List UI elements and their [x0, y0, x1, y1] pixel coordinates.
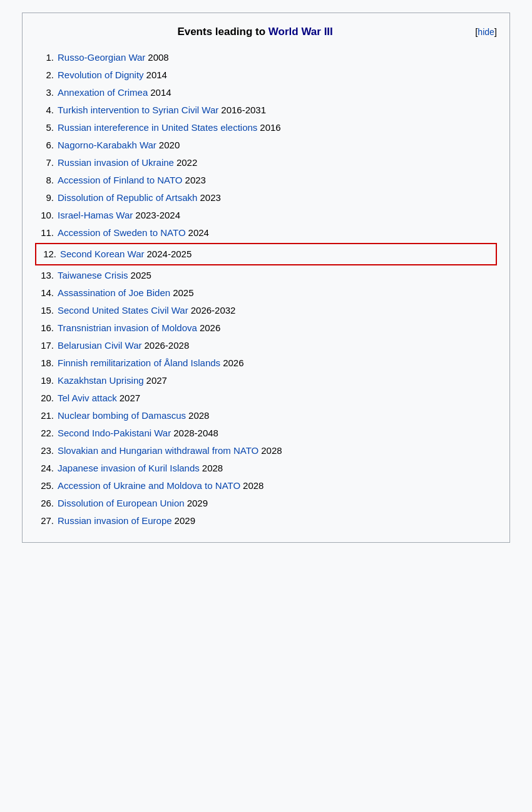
- item-year: 2014: [150, 85, 171, 100]
- item-year: 2027: [146, 373, 167, 388]
- item-link[interactable]: Kazakhstan Uprising: [58, 373, 144, 388]
- item-number: 17.: [35, 338, 58, 353]
- item-link[interactable]: Dissolution of Republic of Artsakh: [58, 190, 197, 205]
- item-link[interactable]: Tel Aviv attack: [58, 391, 117, 406]
- list-item: 7.Russian invasion of Ukraine 2022: [35, 154, 497, 172]
- item-link[interactable]: Second United States Civil War: [58, 303, 188, 318]
- list-item: 6.Nagorno-Karabakh War 2020: [35, 136, 497, 154]
- item-link[interactable]: Finnish remilitarization of Åland Island…: [58, 356, 220, 371]
- item-link[interactable]: Israel-Hamas War: [58, 208, 133, 223]
- list-item: 20.Tel Aviv attack 2027: [35, 389, 497, 407]
- item-link[interactable]: Accession of Ukraine and Moldova to NATO: [58, 478, 240, 493]
- item-link[interactable]: Japanese invasion of Kuril Islands: [58, 461, 200, 476]
- list-item: 2.Revolution of Dignity 2014: [35, 66, 497, 84]
- item-year: 2028: [261, 443, 282, 458]
- item-year: 2028: [202, 461, 223, 476]
- item-year: 2020: [159, 138, 180, 153]
- list-item: 5.Russian intereference in United States…: [35, 119, 497, 136]
- item-number: 21.: [35, 408, 58, 423]
- item-link[interactable]: Nagorno-Karabakh War: [58, 138, 156, 153]
- item-number: 14.: [35, 285, 58, 301]
- item-year: 2016: [260, 120, 280, 135]
- list-item: 26.Dissolution of European Union 2029: [35, 495, 497, 512]
- list-item: 17.Belarusian Civil War 2026-2028: [35, 337, 497, 354]
- item-year: 2028-2048: [173, 426, 218, 441]
- item-number: 10.: [35, 208, 58, 223]
- item-number: 23.: [35, 443, 58, 458]
- item-link[interactable]: Nuclear bombing of Damascus: [58, 408, 186, 423]
- item-link[interactable]: Annexation of Crimea: [58, 85, 148, 100]
- item-year: 2008: [148, 50, 168, 65]
- item-year: 2024: [188, 225, 209, 240]
- item-link[interactable]: Russian invasion of Ukraine: [58, 155, 174, 170]
- list-item: 3.Annexation of Crimea 2014: [35, 84, 497, 101]
- item-year: 2016-2031: [221, 103, 266, 118]
- toc-title-ww3: World War III: [269, 26, 333, 38]
- item-year: 2025: [131, 268, 151, 283]
- item-link[interactable]: Russian invasion of Europe: [58, 513, 172, 528]
- item-year: 2026: [200, 321, 220, 336]
- list-item: 9.Dissolution of Republic of Artsakh 202…: [35, 189, 497, 207]
- item-year: 2023-2024: [135, 208, 180, 223]
- item-link[interactable]: Assassination of Joe Biden: [58, 285, 170, 301]
- toc-box: Events leading to World War III [hide] 1…: [22, 13, 510, 543]
- item-number: 1.: [35, 50, 58, 65]
- item-number: 22.: [35, 426, 58, 441]
- item-year: 2022: [176, 155, 197, 170]
- item-number: 5.: [35, 120, 58, 135]
- list-item: 25.Accession of Ukraine and Moldova to N…: [35, 477, 497, 495]
- item-year: 2026-2032: [191, 303, 236, 318]
- list-item: 16.Transnistrian invasion of Moldova 202…: [35, 319, 497, 337]
- item-link[interactable]: Slovakian and Hungarian withdrawal from …: [58, 443, 258, 458]
- item-link[interactable]: Second Korean War: [60, 247, 145, 262]
- list-item: 11.Accession of Sweden to NATO 2024: [35, 224, 497, 242]
- hide-link[interactable]: hide: [478, 27, 494, 37]
- list-item: 1.Russo-Georgian War 2008: [35, 49, 497, 66]
- item-number: 3.: [35, 85, 58, 100]
- item-year: 2026: [223, 356, 243, 371]
- item-number: 4.: [35, 103, 58, 118]
- item-number: 2.: [35, 68, 58, 83]
- list-item: 12.Second Korean War 2024-2025: [35, 243, 497, 265]
- list-item: 22.Second Indo-Pakistani War 2028-2048: [35, 424, 497, 442]
- item-year: 2023: [200, 190, 220, 205]
- list-item: 14.Assassination of Joe Biden 2025: [35, 284, 497, 302]
- item-year: 2027: [120, 391, 140, 406]
- item-link[interactable]: Second Indo-Pakistani War: [58, 426, 171, 441]
- item-link[interactable]: Belarusian Civil War: [58, 338, 141, 353]
- item-link[interactable]: Turkish intervention to Syrian Civil War: [58, 103, 218, 118]
- item-year: 2024-2025: [147, 247, 192, 262]
- list-item: 19.Kazakhstan Uprising 2027: [35, 372, 497, 389]
- item-year: 2029: [187, 496, 208, 511]
- item-number: 18.: [35, 356, 58, 371]
- item-link[interactable]: Taiwanese Crisis: [58, 268, 128, 283]
- item-link[interactable]: Revolution of Dignity: [58, 68, 144, 83]
- item-link[interactable]: Russian intereference in United States e…: [58, 120, 257, 135]
- toc-title: Events leading to World War III: [35, 23, 475, 40]
- item-year: 2023: [185, 173, 206, 188]
- item-number: 13.: [35, 268, 58, 283]
- list-item: 18.Finnish remilitarization of Åland Isl…: [35, 354, 497, 372]
- toc-list: 1.Russo-Georgian War 20082.Revolution of…: [35, 49, 497, 530]
- list-item: 27.Russian invasion of Europe 2029: [35, 512, 497, 530]
- item-year: 2028: [188, 408, 209, 423]
- item-number: 16.: [35, 321, 58, 336]
- item-link[interactable]: Accession of Finland to NATO: [58, 173, 183, 188]
- item-number: 9.: [35, 190, 58, 205]
- toc-header: Events leading to World War III [hide]: [35, 23, 497, 40]
- list-item: 21.Nuclear bombing of Damascus 2028: [35, 407, 497, 424]
- list-item: 10.Israel-Hamas War 2023-2024: [35, 207, 497, 224]
- list-item: 15.Second United States Civil War 2026-2…: [35, 302, 497, 319]
- item-link[interactable]: Accession of Sweden to NATO: [58, 225, 186, 240]
- item-number: 20.: [35, 391, 58, 406]
- item-link[interactable]: Dissolution of European Union: [58, 496, 185, 511]
- item-number: 27.: [35, 513, 58, 528]
- item-number: 24.: [35, 461, 58, 476]
- item-year: 2029: [175, 513, 195, 528]
- item-number: 19.: [35, 373, 58, 388]
- item-link[interactable]: Transnistrian invasion of Moldova: [58, 321, 197, 336]
- item-number: 15.: [35, 303, 58, 318]
- list-item: 13.Taiwanese Crisis 2025: [35, 267, 497, 284]
- item-link[interactable]: Russo-Georgian War: [58, 50, 145, 65]
- list-item: 8.Accession of Finland to NATO 2023: [35, 172, 497, 189]
